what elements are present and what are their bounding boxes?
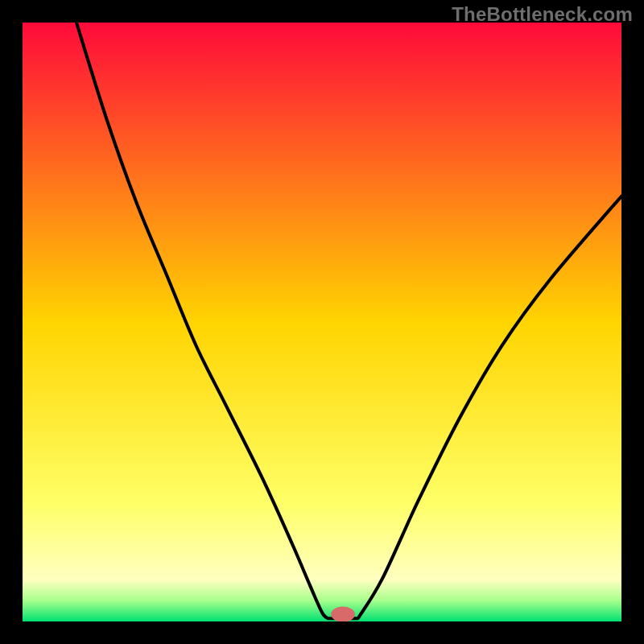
plot-background xyxy=(23,23,621,621)
chart-frame: TheBottleneck.com xyxy=(0,0,644,644)
watermark-text: TheBottleneck.com xyxy=(452,3,633,26)
bottleneck-chart xyxy=(23,23,621,621)
sweet-spot-marker xyxy=(331,606,355,621)
